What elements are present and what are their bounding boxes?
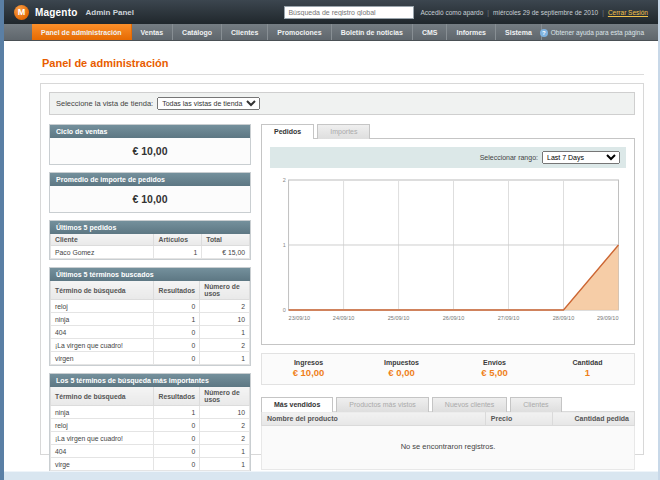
col-header[interactable]: Número de usos <box>200 387 250 406</box>
dashboard-sidebar: Ciclo de ventas € 10,00 Promedio de impo… <box>49 124 251 479</box>
page-title: Panel de administración <box>40 51 644 74</box>
nav-item[interactable]: Catálogo <box>173 24 222 40</box>
stat-label: Envíos <box>448 359 541 366</box>
logged-in-as: Accedió como apardo <box>420 9 483 16</box>
stat-label: Impuestos <box>355 359 448 366</box>
col-header[interactable]: Total <box>202 234 250 246</box>
header-separator: | <box>487 9 489 16</box>
svg-text:24/09/10: 24/09/10 <box>333 315 354 321</box>
stat-value: € 0,00 <box>355 367 448 378</box>
col-header[interactable]: Resultados <box>154 387 200 406</box>
orders-chart: 01223/09/1024/09/1025/09/1026/09/1027/09… <box>270 168 626 336</box>
svg-text:2: 2 <box>283 177 286 183</box>
browser-bottom-edge <box>4 471 658 480</box>
average-orders-box: Promedio de importe de pedidos € 10,00 <box>49 172 251 213</box>
col-header-product[interactable]: Nombre del producto <box>262 412 486 426</box>
dashboard-container: Seleccione la vista de tienda: Todas las… <box>40 83 644 455</box>
table-row[interactable]: reloj02 <box>51 419 250 432</box>
magento-logo-icon: M <box>14 5 29 20</box>
total-stat: Envíos € 5,00 <box>448 359 541 378</box>
svg-text:27/09/10: 27/09/10 <box>498 315 519 321</box>
bestsellers-table: Nombre del producto Precio Cantidad pedi… <box>261 411 635 470</box>
current-date: miércoles 29 de septiembre de 2010 <box>493 9 598 16</box>
help-icon: ? <box>540 29 548 37</box>
grid-tab[interactable]: Nuevos clientes <box>432 397 507 412</box>
nav-item[interactable]: Ventas <box>132 24 174 40</box>
help-label: Obtener ayuda para esta página <box>551 29 644 36</box>
table-row[interactable]: virgen01 <box>51 352 250 365</box>
average-orders-title: Promedio de importe de pedidos <box>50 173 250 186</box>
svg-text:25/09/10: 25/09/10 <box>388 315 409 321</box>
table-row[interactable]: Paco Gomez1€ 15,00 <box>51 246 250 259</box>
nav-item[interactable]: Clientes <box>222 24 268 40</box>
nav-item[interactable]: Sistema <box>496 24 542 40</box>
title-divider <box>40 74 644 75</box>
stat-value: 1 <box>541 367 634 378</box>
top-search-terms-box: Los 5 términos de búsqueda más important… <box>49 373 251 472</box>
col-header-qty[interactable]: Cantidad pedida <box>552 412 634 426</box>
col-header[interactable]: Término de búsqueda <box>51 281 154 300</box>
range-select[interactable]: Last 7 Days <box>542 151 620 164</box>
nav-item[interactable]: Informes <box>447 24 496 40</box>
range-bar: Seleccionar rango: Last 7 Days <box>270 147 626 168</box>
table-row[interactable]: 40401 <box>51 445 250 458</box>
col-header[interactable]: Cliente <box>51 234 154 246</box>
col-header[interactable]: Resultados <box>154 281 200 300</box>
totals-bar: Ingresos € 10,00 Impuestos € 0,00 Envíos… <box>261 353 635 385</box>
diagram-tabs: PedidosImportes <box>261 124 635 138</box>
col-header-price[interactable]: Precio <box>485 412 552 426</box>
lifetime-sales-value: € 10,00 <box>50 138 250 164</box>
logout-link[interactable]: Cerrar Sesión <box>608 9 648 16</box>
last-search-terms-title: Últimos 5 términos buscados <box>50 268 250 281</box>
header: M Magento Admin Panel Accedió como apard… <box>4 0 658 24</box>
last-orders-title: Últimos 5 pedidos <box>50 221 250 234</box>
svg-text:0: 0 <box>283 307 286 313</box>
col-header[interactable]: Artículos <box>154 234 202 246</box>
lifetime-sales-box: Ciclo de ventas € 10,00 <box>49 124 251 165</box>
total-stat: Ingresos € 10,00 <box>262 359 355 378</box>
svg-text:29/09/10: 29/09/10 <box>597 315 618 321</box>
table-row[interactable]: ninja110 <box>51 313 250 326</box>
col-header[interactable]: Término de búsqueda <box>51 387 154 406</box>
stat-value: € 5,00 <box>448 367 541 378</box>
last-search-terms-box: Últimos 5 términos buscados Término de b… <box>49 267 251 366</box>
svg-text:28/09/10: 28/09/10 <box>553 315 574 321</box>
nav-item[interactable]: Panel de administración <box>32 24 132 40</box>
top-search-terms-title: Los 5 términos de búsqueda más important… <box>50 374 250 387</box>
col-header[interactable]: Número de usos <box>200 281 250 300</box>
table-row[interactable]: ¡La virgen que cuadro!02 <box>51 432 250 445</box>
grid-tab[interactable]: Más vendidos <box>261 397 333 412</box>
grid-tab[interactable]: Clientes <box>510 397 561 412</box>
global-search-input[interactable] <box>284 6 414 19</box>
diagram-tab[interactable]: Importes <box>317 124 370 139</box>
total-stat: Cantidad 1 <box>541 359 634 378</box>
diagram-tab[interactable]: Pedidos <box>261 124 314 139</box>
store-view-select[interactable]: Todas las vistas de tienda <box>157 97 260 110</box>
stat-label: Ingresos <box>262 359 355 366</box>
brand-suffix: Admin Panel <box>86 8 134 17</box>
store-view-bar: Seleccione la vista de tienda: Todas las… <box>49 92 635 115</box>
orders-chart-svg: 01223/09/1024/09/1025/09/1026/09/1027/09… <box>272 174 624 332</box>
nav-help[interactable]: ? Obtener ayuda para esta página <box>540 24 656 41</box>
svg-text:23/09/10: 23/09/10 <box>289 315 310 321</box>
grid-tab[interactable]: Productos más vistos <box>336 397 429 412</box>
diagram-panel: Seleccionar rango: Last 7 Days 01223/09/… <box>261 138 635 345</box>
dashboard-main: PedidosImportes Seleccionar rango: Last … <box>261 124 635 479</box>
range-label: Seleccionar rango: <box>480 154 538 161</box>
last-orders-box: Últimos 5 pedidos Cliente Artículos Tota… <box>49 220 251 260</box>
average-orders-value: € 10,00 <box>50 186 250 212</box>
table-row[interactable]: reloj02 <box>51 300 250 313</box>
nav-item[interactable]: Promociones <box>268 24 331 40</box>
store-view-label: Seleccione la vista de tienda: <box>56 99 153 108</box>
total-stat: Impuestos € 0,00 <box>355 359 448 378</box>
table-row[interactable]: ninja110 <box>51 406 250 419</box>
table-row[interactable]: 40401 <box>51 326 250 339</box>
header-separator: | <box>602 9 604 16</box>
lifetime-sales-title: Ciclo de ventas <box>50 125 250 138</box>
nav-item[interactable]: CMS <box>413 24 448 40</box>
stat-value: € 10,00 <box>262 367 355 378</box>
nav-item[interactable]: Boletín de noticias <box>332 24 413 40</box>
table-row[interactable]: virge01 <box>51 458 250 471</box>
table-row[interactable]: ¡La virgen que cuadro!02 <box>51 339 250 352</box>
grids-tabs: Más vendidosProductos más vistosNuevos c… <box>261 397 635 411</box>
